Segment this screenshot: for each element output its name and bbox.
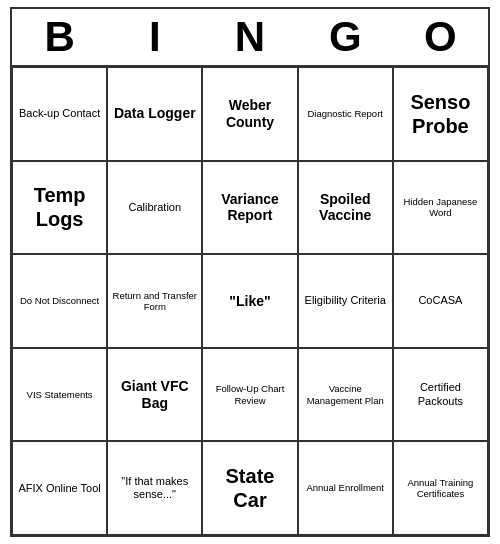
bingo-cell[interactable]: "Like": [202, 254, 297, 348]
bingo-cell[interactable]: Certified Packouts: [393, 348, 488, 442]
letter-b: B: [12, 9, 107, 65]
bingo-cell[interactable]: Weber County: [202, 67, 297, 161]
bingo-cell[interactable]: "If that makes sense...": [107, 441, 202, 535]
bingo-cell[interactable]: Vaccine Management Plan: [298, 348, 393, 442]
bingo-cell[interactable]: Annual Enrollment: [298, 441, 393, 535]
bingo-cell[interactable]: AFIX Online Tool: [12, 441, 107, 535]
bingo-cell[interactable]: Variance Report: [202, 161, 297, 255]
bingo-card: B I N G O Back-up ContactData LoggerWebe…: [10, 7, 490, 537]
bingo-cell[interactable]: State Car: [202, 441, 297, 535]
bingo-grid: Back-up ContactData LoggerWeber CountyDi…: [12, 65, 488, 535]
letter-o: O: [393, 9, 488, 65]
bingo-cell[interactable]: CoCASA: [393, 254, 488, 348]
bingo-cell[interactable]: Back-up Contact: [12, 67, 107, 161]
letter-i: I: [107, 9, 202, 65]
bingo-header: B I N G O: [12, 9, 488, 65]
bingo-cell[interactable]: Follow-Up Chart Review: [202, 348, 297, 442]
bingo-cell[interactable]: Calibration: [107, 161, 202, 255]
bingo-cell[interactable]: Data Logger: [107, 67, 202, 161]
bingo-cell[interactable]: Temp Logs: [12, 161, 107, 255]
bingo-cell[interactable]: Senso Probe: [393, 67, 488, 161]
bingo-cell[interactable]: Do Not Disconnect: [12, 254, 107, 348]
bingo-cell[interactable]: Giant VFC Bag: [107, 348, 202, 442]
bingo-cell[interactable]: Return and Transfer Form: [107, 254, 202, 348]
letter-g: G: [298, 9, 393, 65]
letter-n: N: [202, 9, 297, 65]
bingo-cell[interactable]: VIS Statements: [12, 348, 107, 442]
bingo-cell[interactable]: Annual Training Certificates: [393, 441, 488, 535]
bingo-cell[interactable]: Hidden Japanese Word: [393, 161, 488, 255]
bingo-cell[interactable]: Diagnostic Report: [298, 67, 393, 161]
bingo-cell[interactable]: Spoiled Vaccine: [298, 161, 393, 255]
bingo-cell[interactable]: Eligibility Criteria: [298, 254, 393, 348]
